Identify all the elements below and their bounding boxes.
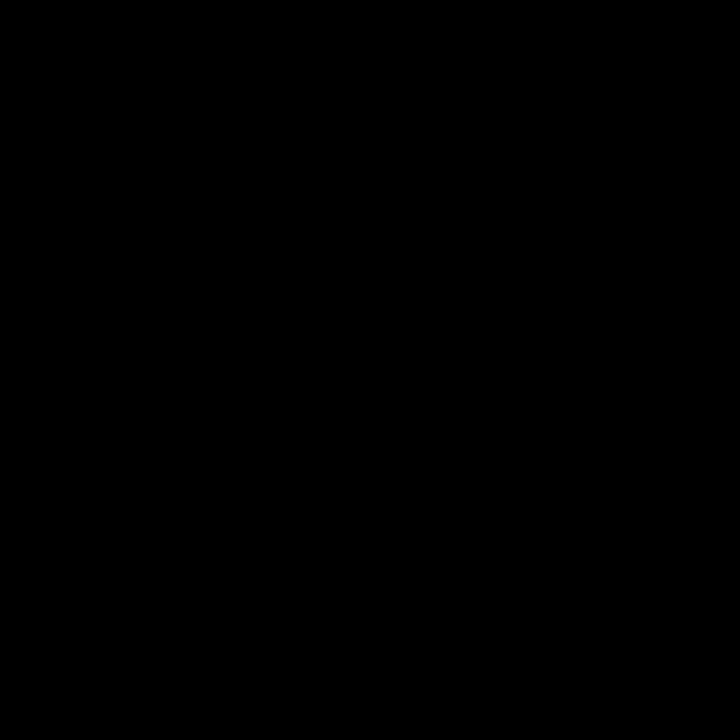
bottleneck-chart bbox=[0, 0, 728, 728]
chart-frame bbox=[0, 0, 728, 728]
chart-canvas bbox=[0, 0, 728, 728]
